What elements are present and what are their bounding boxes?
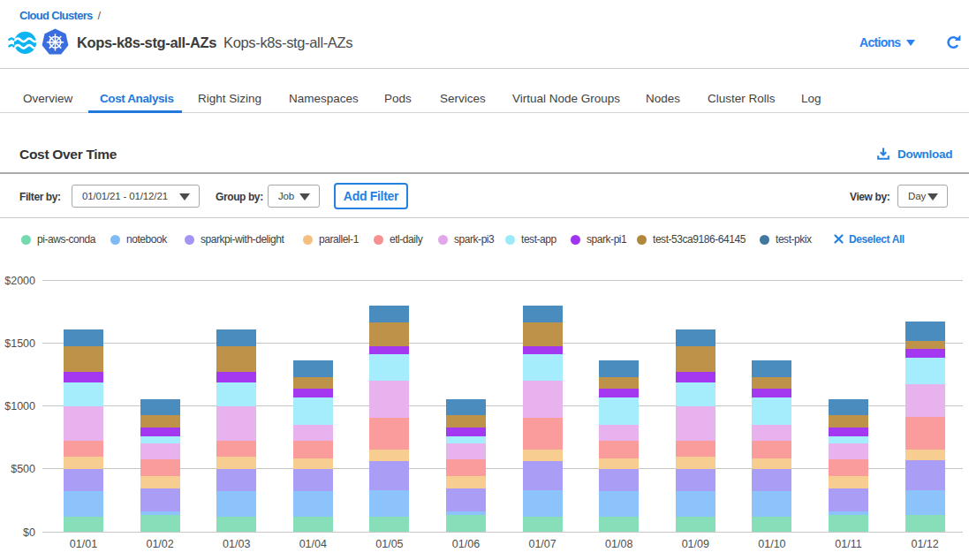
svg-text:01/07: 01/07	[528, 538, 556, 550]
svg-text:01/08: 01/08	[605, 538, 632, 550]
svg-text:01/04: 01/04	[299, 538, 327, 550]
svg-text:$2000: $2000	[4, 275, 35, 287]
svg-text:01/11: 01/11	[835, 538, 861, 550]
svg-text:01/06: 01/06	[452, 538, 480, 550]
svg-text:$1000: $1000	[4, 400, 35, 412]
svg-text:01/12: 01/12	[911, 538, 938, 550]
svg-text:01/03: 01/03	[223, 538, 250, 550]
svg-text:$500: $500	[11, 463, 35, 475]
svg-text:01/02: 01/02	[146, 538, 173, 550]
svg-text:$1500: $1500	[4, 337, 35, 350]
svg-text:01/10: 01/10	[758, 538, 785, 550]
svg-text:$0: $0	[23, 526, 35, 539]
svg-text:01/09: 01/09	[682, 538, 709, 550]
svg-text:01/01: 01/01	[70, 538, 97, 550]
svg-text:01/05: 01/05	[375, 538, 403, 550]
